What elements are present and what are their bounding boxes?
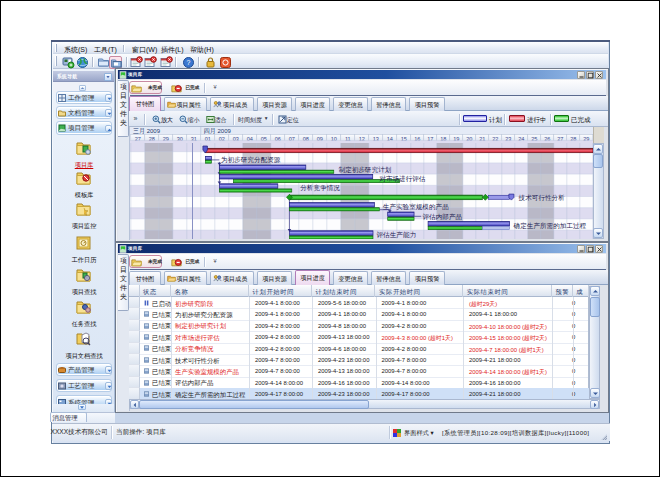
svg-text:制定初步研究计划: 制定初步研究计划 (337, 166, 391, 174)
svg-text:生产实验室规模的产品: 生产实验室规模的产品 (382, 203, 448, 211)
svg-text:三月 2009: 三月 2009 (133, 128, 161, 135)
svg-text:?: ? (187, 59, 191, 66)
svg-text:评估内部产品: 评估内部产品 (422, 213, 462, 221)
svg-text:确定生产所需的加工过程: 确定生产所需的加工过程 (513, 222, 586, 230)
svg-text:评估生产能力: 评估生产能力 (376, 231, 416, 239)
svg-text:对市场进行评估: 对市场进行评估 (379, 175, 426, 183)
svg-text:分析竞争情况: 分析竞争情况 (300, 184, 340, 192)
svg-text:四月 2009: 四月 2009 (203, 128, 231, 135)
svg-text:为初步研究分配资源: 为初步研究分配资源 (221, 156, 281, 164)
svg-text:技术可行性分析: 技术可行性分析 (517, 194, 565, 201)
